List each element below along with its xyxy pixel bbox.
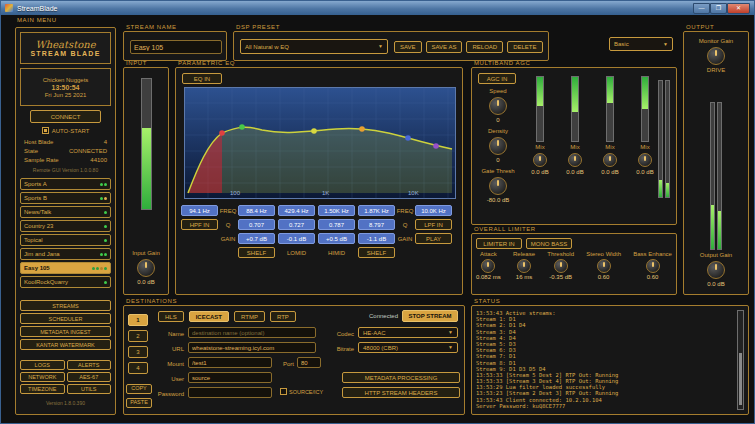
limiter-bass-enhance-knob[interactable]: [646, 259, 660, 273]
preset-reload-button[interactable]: RELOAD: [466, 41, 503, 53]
sidebar-button-timezone[interactable]: TIMEZONE: [20, 384, 65, 394]
sidebar-item-jim-and-jana[interactable]: Jim and Jana: [20, 248, 111, 260]
agc-band-1-mix-knob[interactable]: [533, 153, 547, 167]
bitrate-select[interactable]: 48000 (CBR) ▼: [358, 342, 458, 353]
eq-node-hi[interactable]: [405, 135, 411, 141]
hpf-in-button[interactable]: HPF IN: [181, 219, 218, 230]
band1-freq-value[interactable]: 88.4 Hz: [238, 205, 275, 216]
eq-graph[interactable]: 100 1K 10K: [184, 87, 456, 199]
sidebar-button-aes-67[interactable]: AES-67: [67, 372, 112, 382]
band1-gain-value[interactable]: +0.7 dB: [238, 233, 275, 244]
agc-in-button[interactable]: AGC IN: [478, 73, 516, 84]
lpf-in-button[interactable]: LPF IN: [415, 219, 452, 230]
output-gain-knob[interactable]: [707, 261, 725, 279]
band3-q-value[interactable]: 0.787: [318, 219, 355, 230]
hpf-freq-value[interactable]: 94.1 Hz: [181, 205, 218, 216]
agc-gate-thresh-knob[interactable]: [489, 177, 507, 195]
tab-icecast[interactable]: ICECAST: [189, 311, 229, 322]
sidebar-button-utils[interactable]: UTILS: [67, 384, 112, 394]
stop-stream-button[interactable]: STOP STREAM: [402, 310, 458, 322]
band3-gain-value[interactable]: +0.5 dB: [318, 233, 355, 244]
tab-rtp[interactable]: RTP: [270, 311, 296, 322]
tab-rtmp[interactable]: RTMP: [234, 311, 265, 322]
destination-slot-3[interactable]: 3: [128, 346, 148, 358]
minimize-button[interactable]: —: [693, 3, 710, 14]
scrollbar-thumb[interactable]: [739, 353, 742, 405]
knob-value: -80.0 dB: [487, 197, 510, 204]
eq-node-lomid[interactable]: [311, 128, 317, 134]
destination-name-input[interactable]: [188, 327, 316, 338]
sidebar-item-sports-a[interactable]: Sports A: [20, 178, 111, 190]
sidebar-item-easy-105[interactable]: Easy 105: [20, 262, 111, 274]
preset-mode-select[interactable]: Basic ▼: [609, 37, 673, 51]
limiter-threshold-knob[interactable]: [554, 259, 568, 273]
eq-node-lo[interactable]: [239, 124, 245, 130]
mono-bass-button[interactable]: MONO BASS: [526, 238, 572, 249]
sidebar-button-scheduler[interactable]: SCHEDULER: [20, 313, 111, 324]
agc-band-2-mix-knob[interactable]: [568, 153, 582, 167]
band3-freq-value[interactable]: 1.50K Hz: [318, 205, 355, 216]
agc-speed-knob[interactable]: [489, 97, 507, 115]
eq-node-hpf[interactable]: [219, 130, 225, 136]
band1-shelf-button[interactable]: SHELF: [238, 247, 275, 258]
source-icy-checkbox[interactable]: [280, 388, 287, 395]
sidebar-item-country-23[interactable]: Country 23: [20, 220, 111, 232]
limiter-attack-knob[interactable]: [481, 259, 495, 273]
destination-slot-4[interactable]: 4: [128, 362, 148, 374]
http-stream-headers-button[interactable]: HTTP STREAM HEADERS: [342, 387, 460, 398]
band1-q-value[interactable]: 0.707: [238, 219, 275, 230]
band4-shelf-button[interactable]: SHELF: [358, 247, 395, 258]
metadata-processing-button[interactable]: METADATA PROCESSING: [342, 372, 460, 383]
preset-delete-button[interactable]: DELETE: [507, 41, 542, 53]
band4-q-value[interactable]: 8.797: [358, 219, 395, 230]
agc-band-4-mix-knob[interactable]: [638, 153, 652, 167]
sidebar-item-sports-b[interactable]: Sports B: [20, 192, 111, 204]
sidebar-item-topical[interactable]: Topical: [20, 234, 111, 246]
limiter-stereo-width-knob[interactable]: [597, 259, 611, 273]
limiter-in-button[interactable]: LIMITER IN: [476, 238, 522, 249]
agc-density-knob[interactable]: [489, 137, 507, 155]
autostart-checkbox[interactable]: [42, 127, 49, 134]
password-input[interactable]: [188, 387, 272, 398]
play-button[interactable]: PLAY: [415, 233, 452, 244]
band4-gain-value[interactable]: -1.1 dB: [358, 233, 395, 244]
codec-select[interactable]: HE-AAC ▼: [358, 327, 458, 338]
user-input[interactable]: [188, 372, 272, 383]
band2-q-value[interactable]: 0.727: [278, 219, 315, 230]
mount-input[interactable]: [188, 357, 272, 368]
input-gain-knob[interactable]: [137, 259, 155, 277]
destination-slot-2[interactable]: 2: [128, 330, 148, 342]
sidebar-button-network[interactable]: NETWORK: [20, 372, 65, 382]
status-scrollbar[interactable]: [737, 310, 744, 410]
port-input[interactable]: [297, 357, 321, 368]
agc-band-3-mix-knob[interactable]: [603, 153, 617, 167]
stream-name-input[interactable]: [130, 40, 222, 54]
destination-slot-1[interactable]: 1: [128, 314, 148, 326]
band2-freq-value[interactable]: 429.4 Hz: [278, 205, 315, 216]
url-input[interactable]: [188, 342, 316, 353]
sidebar-button-streams[interactable]: STREAMS: [20, 300, 111, 311]
maximize-button[interactable]: ❐: [710, 3, 727, 14]
limiter-release-knob[interactable]: [517, 259, 531, 273]
connect-button[interactable]: CONNECT: [30, 110, 101, 123]
sidebar-tools: LOGSALERTSNETWORKAES-67TIMEZONEUTILS: [20, 360, 111, 394]
sidebar-button-metadata-ingest[interactable]: METADATA INGEST: [20, 326, 111, 337]
sidebar-button-alerts[interactable]: ALERTS: [67, 360, 112, 370]
knob-pointer: [523, 262, 525, 267]
preset-save-as-button[interactable]: SAVE AS: [426, 41, 463, 53]
lpf-freq-value[interactable]: 10.0K Hz: [415, 205, 452, 216]
sidebar-button-logs[interactable]: LOGS: [20, 360, 65, 370]
eq-node-lpf[interactable]: [433, 143, 439, 149]
band2-gain-value[interactable]: -0.1 dB: [278, 233, 315, 244]
band4-freq-value[interactable]: 1.87K Hz: [358, 205, 395, 216]
sidebar-item-koolrockquarry[interactable]: KoolRockQuarry: [20, 276, 111, 288]
sidebar-button-kantar-watermark[interactable]: KANTAR WATERMARK: [20, 339, 111, 350]
tab-hls[interactable]: HLS: [158, 311, 184, 322]
eq-node-himid[interactable]: [359, 126, 365, 132]
sidebar-item-news-talk[interactable]: News/Talk: [20, 206, 111, 218]
preset-save-button[interactable]: SAVE: [394, 41, 422, 53]
close-button[interactable]: ✕: [727, 3, 750, 14]
eq-in-button[interactable]: EQ IN: [182, 73, 222, 84]
dsp-preset-select[interactable]: All Natural w EQ ▼: [240, 39, 388, 54]
monitor-gain-knob[interactable]: [707, 47, 725, 65]
